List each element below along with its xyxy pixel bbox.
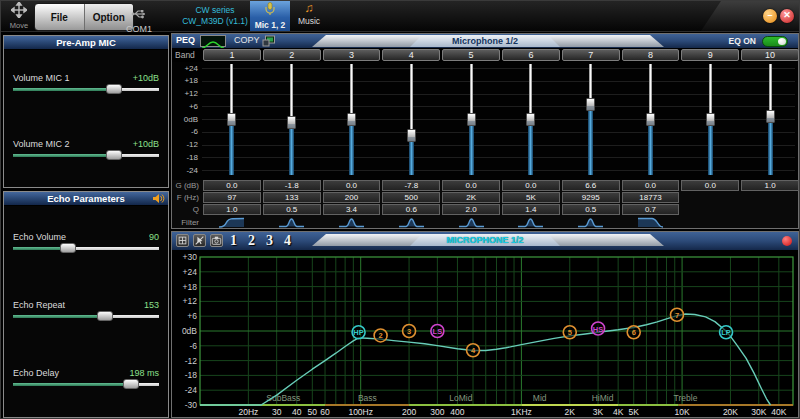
band-button-8[interactable]: 8 <box>622 49 680 61</box>
gain-cell-band-2[interactable]: -1.8 <box>263 180 321 191</box>
eq-point-2[interactable]: 2 <box>374 329 387 342</box>
band-button-7[interactable]: 7 <box>562 49 620 61</box>
preset-button-1[interactable]: 1 <box>230 233 237 249</box>
eq-band-5-handle[interactable] <box>467 113 476 126</box>
eq-point-3[interactable]: 3 <box>403 325 416 338</box>
mic-volume-slider-track[interactable] <box>13 154 159 157</box>
gain-cell-band-5[interactable]: 0.0 <box>442 180 500 191</box>
no-pointer-icon[interactable] <box>193 234 206 247</box>
copy-button[interactable]: COPY <box>234 35 260 45</box>
q-cell-band-1[interactable]: 1.0 <box>203 204 261 215</box>
eq-band-6-track[interactable] <box>529 64 532 119</box>
grid-view-icon[interactable] <box>176 234 189 247</box>
eq-point-5[interactable]: 5 <box>563 326 576 339</box>
gain-cell-band-3[interactable]: 0.0 <box>323 180 381 191</box>
q-cell-band-4[interactable]: 0.6 <box>382 204 440 215</box>
eq-point-4[interactable]: 4 <box>467 344 480 357</box>
filter-type-icon-lp-band-8[interactable] <box>636 216 665 229</box>
frequency-cell-band-8[interactable]: 18773 <box>622 192 680 203</box>
eq-point-HS[interactable]: HS <box>592 322 605 335</box>
eq-band-5-track[interactable] <box>470 64 473 119</box>
band-button-6[interactable]: 6 <box>502 49 560 61</box>
q-cell-band-2[interactable]: 0.5 <box>263 204 321 215</box>
eq-band-8-handle[interactable] <box>646 113 655 126</box>
eq-band-10-track[interactable] <box>769 64 772 117</box>
copy-icon[interactable] <box>262 35 276 47</box>
frequency-cell-band-3[interactable]: 200 <box>323 192 381 203</box>
close-button[interactable]: ✕ <box>780 9 794 23</box>
eq-band-1-handle[interactable] <box>227 113 236 126</box>
echo-slider-handle[interactable] <box>60 243 76 253</box>
eq-band-4-track[interactable] <box>410 64 413 136</box>
frequency-cell-band-7[interactable]: 9295 <box>562 192 620 203</box>
band-button-5[interactable]: 5 <box>442 49 500 61</box>
peq-curve-icon[interactable] <box>200 35 226 47</box>
preset-button-4[interactable]: 4 <box>284 233 291 249</box>
eq-band-1-track[interactable] <box>230 64 233 119</box>
peq-channel-tab[interactable]: Microphone 1/2 <box>410 35 560 47</box>
minimize-button[interactable]: – <box>763 9 777 23</box>
tab-music[interactable]: ♫ Music <box>291 1 327 31</box>
echo-slider-track[interactable] <box>13 315 159 318</box>
filter-type-icon-bell-band-3[interactable] <box>337 216 366 229</box>
eq-band-2-track[interactable] <box>290 64 293 123</box>
q-cell-band-6[interactable]: 1.4 <box>502 204 560 215</box>
eq-band-9-handle[interactable] <box>706 113 715 126</box>
preset-button-3[interactable]: 3 <box>266 233 273 249</box>
file-button[interactable]: File <box>35 4 84 30</box>
move-handle[interactable]: Move <box>5 2 33 30</box>
eq-point-LP[interactable]: LP <box>720 326 733 339</box>
q-cell-band-7[interactable]: 0.5 <box>562 204 620 215</box>
mic-volume-slider-handle[interactable] <box>106 84 122 94</box>
frequency-cell-band-4[interactable]: 500 <box>382 192 440 203</box>
band-button-4[interactable]: 4 <box>382 49 440 61</box>
eq-band-10-handle[interactable] <box>766 110 775 123</box>
camera-icon[interactable] <box>210 234 223 247</box>
eq-band-2-handle[interactable] <box>287 116 296 129</box>
gain-cell-band-10[interactable]: 1.0 <box>741 180 799 191</box>
filter-type-icon-bell-band-5[interactable] <box>457 216 486 229</box>
preset-button-2[interactable]: 2 <box>248 233 255 249</box>
eq-point-LS[interactable]: LS <box>431 325 444 338</box>
echo-slider-handle[interactable] <box>123 379 139 389</box>
band-button-10[interactable]: 10 <box>741 49 799 61</box>
q-cell-band-5[interactable]: 2.0 <box>442 204 500 215</box>
record-indicator[interactable] <box>782 236 792 246</box>
mic-volume-slider-track[interactable] <box>13 88 159 91</box>
eq-band-3-track[interactable] <box>350 64 353 119</box>
gain-cell-band-9[interactable]: 0.0 <box>681 180 739 191</box>
frequency-cell-band-6[interactable]: 5K <box>502 192 560 203</box>
gain-cell-band-8[interactable]: 0.0 <box>622 180 680 191</box>
band-button-9[interactable]: 9 <box>681 49 739 61</box>
analyzer-channel-tab[interactable]: MICROPHONE 1/2 <box>410 234 560 246</box>
eq-band-8-track[interactable] <box>649 64 652 119</box>
filter-type-icon-bell-band-2[interactable] <box>277 216 306 229</box>
band-button-2[interactable]: 2 <box>263 49 321 61</box>
eq-band-9-track[interactable] <box>709 64 712 119</box>
filter-type-icon-hp-band-1[interactable] <box>217 216 246 229</box>
com-port-button[interactable]: COM1 <box>111 5 167 34</box>
eq-band-7-handle[interactable] <box>586 98 595 111</box>
gain-cell-band-4[interactable]: -7.8 <box>382 180 440 191</box>
gain-cell-band-6[interactable]: 0.0 <box>502 180 560 191</box>
eq-band-3-handle[interactable] <box>347 113 356 126</box>
eq-band-4-handle[interactable] <box>407 129 416 142</box>
echo-slider-track[interactable] <box>13 247 159 250</box>
eq-band-6-handle[interactable] <box>526 113 535 126</box>
gain-cell-band-7[interactable]: 6.6 <box>562 180 620 191</box>
tab-mic[interactable]: Mic 1, 2 <box>250 1 290 31</box>
q-cell-band-8[interactable]: 0.7 <box>622 204 680 215</box>
filter-type-icon-bell-band-6[interactable] <box>516 216 545 229</box>
eq-point-HP[interactable]: HP <box>352 326 365 339</box>
band-button-1[interactable]: 1 <box>203 49 261 61</box>
echo-slider-handle[interactable] <box>97 311 113 321</box>
frequency-cell-band-5[interactable]: 2K <box>442 192 500 203</box>
frequency-cell-band-2[interactable]: 133 <box>263 192 321 203</box>
echo-slider-track[interactable] <box>13 383 159 386</box>
mic-volume-slider-handle[interactable] <box>106 150 122 160</box>
eq-on-toggle[interactable] <box>762 36 788 47</box>
gain-cell-band-1[interactable]: 0.0 <box>203 180 261 191</box>
filter-type-icon-bell-band-7[interactable] <box>576 216 605 229</box>
frequency-cell-band-1[interactable]: 97 <box>203 192 261 203</box>
band-button-3[interactable]: 3 <box>323 49 381 61</box>
